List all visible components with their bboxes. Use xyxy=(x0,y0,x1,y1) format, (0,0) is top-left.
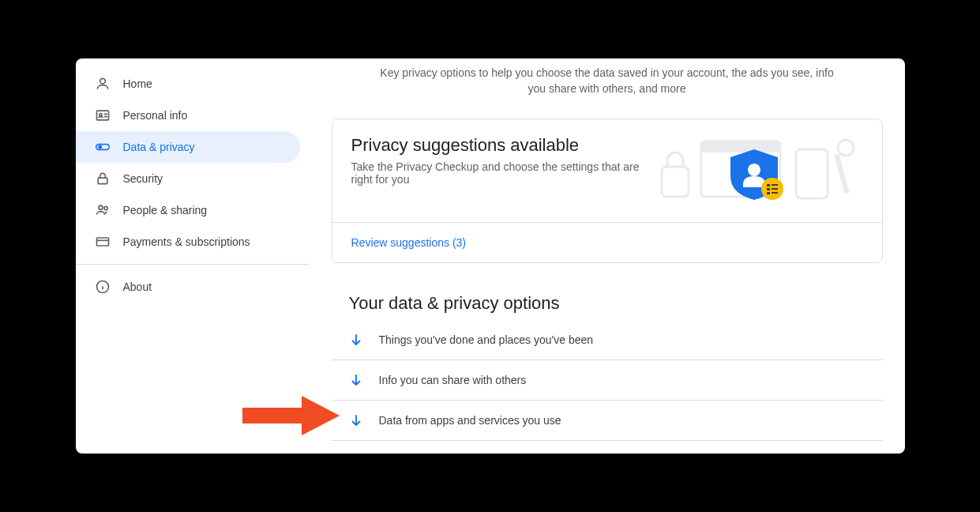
svg-rect-8 xyxy=(96,238,108,246)
option-item-label: Data from apps and services you use xyxy=(379,414,561,427)
card-body: Privacy suggestions available Take the P… xyxy=(332,119,882,222)
svg-rect-18 xyxy=(767,184,770,186)
svg-point-16 xyxy=(748,164,760,176)
sidebar-item-label: People & sharing xyxy=(123,204,208,216)
svg-point-0 xyxy=(100,78,105,84)
card-icon xyxy=(95,234,111,250)
svg-point-2 xyxy=(99,114,101,116)
people-icon xyxy=(95,202,111,218)
arrow-down-icon xyxy=(349,333,363,347)
svg-rect-10 xyxy=(662,167,689,197)
svg-point-4 xyxy=(98,145,102,149)
sidebar-item-label: About xyxy=(123,280,152,293)
sidebar-item-about[interactable]: About xyxy=(76,271,300,303)
sidebar-item-label: Security xyxy=(123,172,163,185)
svg-point-7 xyxy=(104,206,107,209)
sidebar-item-personal-info[interactable]: Personal info xyxy=(76,100,300,131)
options-section-title: Your data & privacy options xyxy=(332,293,883,314)
card-description: Take the Privacy Checkup and choose the … xyxy=(351,160,658,186)
sidebar-item-security[interactable]: Security xyxy=(76,163,300,194)
svg-rect-5 xyxy=(98,178,107,184)
info-icon xyxy=(95,279,111,295)
option-item-share-info[interactable]: Info you can share with others xyxy=(332,360,883,401)
card-title: Privacy suggestions available xyxy=(351,135,658,156)
sidebar-item-data-privacy[interactable]: Data & privacy xyxy=(76,131,300,163)
arrow-down-icon xyxy=(349,413,363,427)
review-suggestions-link[interactable]: Review suggestions (3) xyxy=(351,236,467,249)
card-text: Privacy suggestions available Take the P… xyxy=(351,135,658,186)
svg-rect-22 xyxy=(767,192,770,194)
option-item-label: Info you can share with others xyxy=(379,374,527,386)
sidebar-item-label: Home xyxy=(123,77,152,90)
option-item-label: Things you've done and places you've bee… xyxy=(379,333,594,346)
home-icon xyxy=(95,76,111,92)
svg-rect-23 xyxy=(772,192,778,194)
sidebar-item-payments[interactable]: Payments & subscriptions xyxy=(76,226,300,258)
id-card-icon xyxy=(95,107,111,123)
svg-point-6 xyxy=(99,205,103,209)
svg-rect-15 xyxy=(834,154,849,194)
svg-rect-1 xyxy=(96,111,108,120)
page-subtitle: Key privacy options to help you choose t… xyxy=(332,58,883,96)
settings-window: Home Personal info Data & privacy Securi… xyxy=(76,58,905,454)
sidebar-item-label: Data & privacy xyxy=(123,141,195,153)
lock-icon xyxy=(95,171,111,186)
sidebar: Home Personal info Data & privacy Securi… xyxy=(76,58,310,454)
svg-rect-3 xyxy=(96,145,109,150)
sidebar-item-label: Personal info xyxy=(123,109,188,122)
sidebar-item-label: Payments & subscriptions xyxy=(123,235,250,248)
option-item-activity[interactable]: Things you've done and places you've bee… xyxy=(332,320,883,360)
svg-rect-13 xyxy=(796,149,828,198)
sidebar-divider xyxy=(76,264,310,265)
sidebar-item-home[interactable]: Home xyxy=(76,68,300,100)
svg-rect-12 xyxy=(701,141,780,152)
privacy-suggestions-card: Privacy suggestions available Take the P… xyxy=(332,119,883,263)
svg-rect-19 xyxy=(772,184,778,186)
toggle-icon xyxy=(95,139,111,155)
card-footer: Review suggestions (3) xyxy=(332,222,882,262)
svg-rect-21 xyxy=(772,188,778,190)
main-content: Key privacy options to help you choose t… xyxy=(310,58,905,454)
option-item-apps-data[interactable]: Data from apps and services you use xyxy=(332,401,883,441)
sidebar-item-people-sharing[interactable]: People & sharing xyxy=(76,194,300,226)
svg-rect-20 xyxy=(767,188,770,190)
options-list: Things you've done and places you've bee… xyxy=(332,320,883,441)
privacy-illustration xyxy=(658,135,863,206)
svg-point-14 xyxy=(838,140,854,156)
arrow-down-icon xyxy=(349,373,363,387)
